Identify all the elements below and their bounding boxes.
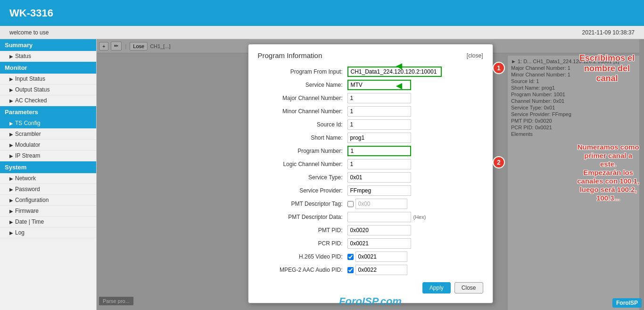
major-channel-label: Major Channel Number: bbox=[258, 95, 347, 101]
sidebar-item-ts-config[interactable]: ▶ TS Config bbox=[0, 118, 96, 129]
mpeg2-aac-label: MPEG-2 AAC Audio PID: bbox=[258, 267, 347, 273]
logic-channel-field[interactable] bbox=[347, 159, 411, 169]
pmt-descriptor-data-hint: (Hex) bbox=[413, 214, 426, 220]
program-number-row: Program Number: bbox=[258, 146, 483, 156]
short-name-label: Short Name: bbox=[258, 134, 347, 141]
service-provider-row: Service Provider: bbox=[258, 185, 483, 196]
sidebar: Summary▶ StatusMonitor▶ Input Status▶ Ou… bbox=[0, 39, 97, 310]
pcr-pid-label: PCR PID: bbox=[258, 240, 347, 247]
h265-video-pid-row: H.265 Video PID: bbox=[258, 251, 483, 262]
major-channel-row: Major Channel Number: bbox=[258, 93, 483, 103]
dialog-backdrop: Program Information [close] Program From… bbox=[97, 39, 644, 310]
annotation-text-2: Numeramos comoprimer canal aeste.Empezar… bbox=[577, 143, 639, 202]
pmt-descriptor-data-label: PMT Descriptor Data: bbox=[258, 214, 347, 220]
service-type-row: Service Type: bbox=[258, 172, 483, 183]
service-type-field[interactable] bbox=[347, 172, 411, 183]
minor-channel-field[interactable] bbox=[347, 106, 411, 117]
program-from-input-field[interactable] bbox=[347, 67, 442, 77]
sidebar-section-monitor: Monitor bbox=[0, 62, 96, 74]
h265-video-pid-field[interactable] bbox=[355, 251, 407, 262]
annotation-circle-1: 1 bbox=[493, 62, 505, 74]
mpeg2-aac-row: MPEG-2 AAC Audio PID: bbox=[258, 265, 483, 275]
sidebar-item-password[interactable]: ▶ Password bbox=[0, 184, 96, 195]
annotation-text-1: Escribimos elnombre delcanal bbox=[579, 53, 635, 84]
pmt-descriptor-data-row: PMT Descriptor Data: (Hex) bbox=[258, 212, 483, 222]
pmt-descriptor-tag-checkbox[interactable] bbox=[347, 201, 354, 207]
sidebar-item-ip-stream[interactable]: ▶ IP Stream bbox=[0, 151, 96, 161]
annotation-1: 1 bbox=[493, 62, 505, 74]
app-title: WK-3316 bbox=[9, 7, 53, 19]
sidebar-item-date---time[interactable]: ▶ Date | Time bbox=[0, 217, 96, 227]
pmt-descriptor-tag-label: PMT Descriptor Tag: bbox=[258, 201, 347, 207]
sidebar-item-log[interactable]: ▶ Log bbox=[0, 227, 96, 238]
program-from-input-row: Program From Input: bbox=[258, 67, 483, 77]
pmt-descriptor-data-field[interactable] bbox=[347, 212, 411, 222]
short-name-field[interactable] bbox=[347, 133, 411, 143]
service-provider-field[interactable] bbox=[347, 185, 411, 196]
sidebar-item-firmware[interactable]: ▶ Firmware bbox=[0, 206, 96, 217]
sidebar-item-scrambler[interactable]: ▶ Scrambler bbox=[0, 129, 96, 140]
source-id-label: Source Id: bbox=[258, 121, 347, 128]
logic-channel-row: Logic Channel Number: bbox=[258, 159, 483, 169]
sidebar-item-output-status[interactable]: ▶ Output Status bbox=[0, 84, 96, 95]
program-from-input-label: Program From Input: bbox=[258, 68, 347, 75]
sidebar-item-status[interactable]: ▶ Status bbox=[0, 51, 96, 62]
sidebar-section-parameters: Parameters bbox=[0, 106, 96, 118]
datetime: 2021-11-09 10:38:37 bbox=[582, 29, 635, 36]
dialog-close-link[interactable]: [close] bbox=[467, 52, 483, 59]
app-header: WK-3316 bbox=[0, 0, 644, 26]
program-number-field[interactable] bbox=[347, 146, 411, 156]
h265-video-pid-checkbox[interactable] bbox=[347, 254, 354, 260]
sidebar-item-network[interactable]: ▶ Network bbox=[0, 173, 96, 184]
minor-channel-row: Minor Channel Number: bbox=[258, 106, 483, 117]
sidebar-section-system: System bbox=[0, 161, 96, 173]
minor-channel-label: Minor Channel Number: bbox=[258, 108, 347, 115]
service-name-row: Service Name: bbox=[258, 80, 483, 90]
sidebar-section-summary: Summary bbox=[0, 39, 96, 51]
h265-checkbox-group bbox=[347, 251, 407, 262]
logic-channel-label: Logic Channel Number: bbox=[258, 161, 347, 168]
pmt-pid-field[interactable] bbox=[347, 225, 411, 235]
program-info-dialog: Program Information [close] Program From… bbox=[248, 44, 493, 303]
pcr-pid-field[interactable] bbox=[347, 238, 411, 249]
dialog-title: Program Information bbox=[258, 51, 322, 59]
service-provider-label: Service Provider: bbox=[258, 187, 347, 194]
service-name-field[interactable] bbox=[347, 80, 411, 90]
major-channel-field[interactable] bbox=[347, 93, 411, 103]
foroisp-badge: ForoISP bbox=[612, 298, 642, 308]
sidebar-item-modulator[interactable]: ▶ Modulator bbox=[0, 140, 96, 151]
source-id-row: Source Id: bbox=[258, 119, 483, 130]
mpeg2-aac-field[interactable] bbox=[355, 265, 407, 275]
service-name-label: Service Name: bbox=[258, 82, 347, 88]
short-name-row: Short Name: bbox=[258, 133, 483, 143]
pmt-pid-row: PMT PID: bbox=[258, 225, 483, 235]
pcr-pid-row: PCR PID: bbox=[258, 238, 483, 249]
pmt-descriptor-tag-row: PMT Descriptor Tag: bbox=[258, 199, 483, 209]
service-type-label: Service Type: bbox=[258, 174, 347, 181]
pmt-descriptor-tag-field[interactable] bbox=[355, 199, 407, 209]
content-area: + ✏ | Lose CH1_[...] ► 1: D... CH1_Data1… bbox=[97, 39, 644, 310]
sidebar-item-ac-checked[interactable]: ▶ AC Checked bbox=[0, 95, 96, 106]
source-id-field[interactable] bbox=[347, 119, 411, 130]
h265-video-pid-label: H.265 Video PID: bbox=[258, 253, 347, 260]
mpeg2-aac-checkbox-group bbox=[347, 265, 407, 275]
close-button[interactable]: Close bbox=[454, 282, 483, 293]
welcome-text: welcome to use bbox=[9, 29, 49, 36]
dialog-title-bar: Program Information [close] bbox=[258, 51, 483, 59]
mpeg2-aac-checkbox[interactable] bbox=[347, 267, 354, 273]
pmt-pid-label: PMT PID: bbox=[258, 227, 347, 234]
annotation-circle-2: 2 bbox=[493, 156, 505, 168]
welcome-bar: welcome to use 2021-11-09 10:38:37 bbox=[0, 26, 644, 39]
sidebar-item-input-status[interactable]: ▶ Input Status bbox=[0, 74, 96, 84]
sidebar-item-configuration[interactable]: ▶ Configuration bbox=[0, 195, 96, 206]
apply-button[interactable]: Apply bbox=[422, 282, 451, 293]
dialog-footer: Apply Close bbox=[258, 282, 483, 293]
program-number-label: Program Number: bbox=[258, 148, 347, 154]
annotation-2: 2 bbox=[493, 156, 505, 168]
main-layout: Summary▶ StatusMonitor▶ Input Status▶ Ou… bbox=[0, 39, 644, 310]
pmt-descriptor-tag-checkbox-group bbox=[347, 199, 407, 209]
